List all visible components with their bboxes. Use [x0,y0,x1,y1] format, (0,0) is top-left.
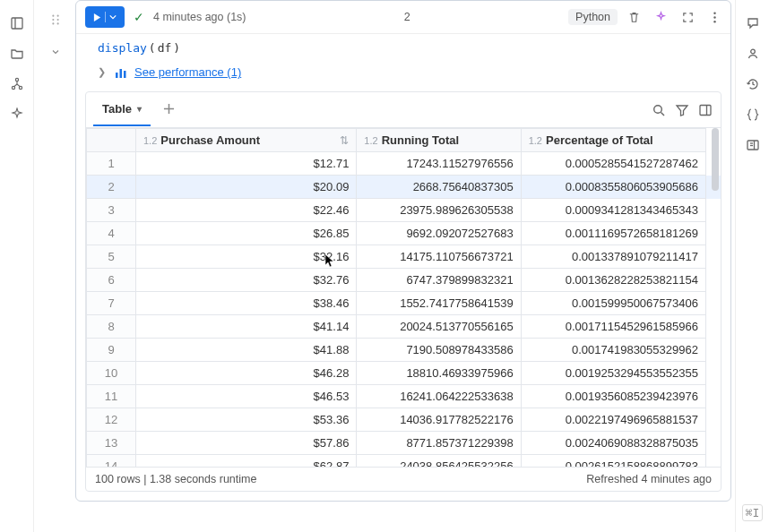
panel-right-icon[interactable] [746,138,760,152]
row-number: 2 [87,176,136,199]
cell-purchase-amount[interactable]: $26.85 [136,222,357,245]
cell-running-total[interactable]: 9692.092072527683 [357,222,521,245]
chat-bubble-icon[interactable] [746,16,760,30]
cell-purchase-amount[interactable]: $22.46 [136,199,357,222]
table-row[interactable]: 3$22.4623975.9896263055380.0009341281343… [87,199,721,222]
table-row[interactable]: 8$41.1420024.5137705561650.0017115452961… [87,315,721,339]
drag-handle-icon[interactable] [48,13,63,27]
cell-running-total[interactable]: 8771.857371229398 [357,432,521,455]
sort-icon[interactable]: ⇅ [340,134,349,147]
performance-link[interactable]: ❯ See performance (1) [76,62,730,86]
cell-running-total[interactable]: 16241.064222533638 [357,385,521,408]
user-icon[interactable] [746,47,760,61]
cell-percentage-of-total[interactable]: 0.0026152158868899783 [521,455,705,468]
cell-percentage-of-total[interactable]: 0.001741983055329962 [521,339,705,362]
cell-purchase-amount[interactable]: $20.09 [136,176,357,199]
cell-running-total[interactable]: 20024.513770556165 [357,315,521,339]
tab-table[interactable]: Table ▾ [93,93,151,126]
run-button[interactable] [85,6,125,28]
cell-purchase-amount[interactable]: $32.16 [136,245,357,269]
cell-running-total[interactable]: 7190.508978433586 [357,339,521,362]
cell-percentage-of-total[interactable]: 0.0011169572658181269 [521,222,705,245]
schema-icon[interactable] [10,77,24,91]
right-nav-rail: ⌘I [735,0,769,532]
braces-icon[interactable] [746,107,760,122]
cell-purchase-amount[interactable]: $57.86 [136,432,357,455]
svg-point-8 [57,19,59,21]
notebook-cell: ✓ 4 minutes ago (1s) 2 Python [75,0,731,502]
cell-percentage-of-total[interactable]: 0.0008355806053905686 [521,176,705,199]
cell-percentage-of-total[interactable]: 0.0019356085239423976 [521,385,705,408]
cell-purchase-amount[interactable]: $62.87 [136,455,357,468]
cell-purchase-amount[interactable]: $32.76 [136,269,357,292]
book-icon[interactable] [10,16,24,30]
column-header-running-total[interactable]: 1.2Running Total [357,129,521,152]
panel-toggle-icon[interactable] [697,102,713,118]
cell-purchase-amount[interactable]: $41.14 [136,315,357,339]
code-input[interactable]: display(df) [76,34,730,62]
language-pill[interactable]: Python [568,9,618,25]
keyboard-shortcut-badge: ⌘I [742,504,764,521]
cell-running-total[interactable]: 24038.856425532256 [357,455,521,468]
cell-running-total[interactable]: 18810.46933975966 [357,362,521,385]
table-row[interactable]: 10$46.2818810.469339759660.0019253294553… [87,362,721,385]
bar-chart-icon [115,66,127,79]
filter-icon[interactable] [674,102,690,118]
cell-percentage-of-total[interactable]: 0.0017115452961585966 [521,315,705,339]
svg-point-10 [57,22,59,24]
add-tab-button[interactable] [158,98,180,123]
cell-percentage-of-total[interactable]: 0.001599950067573406 [521,292,705,315]
svg-rect-0 [12,18,22,29]
cell-percentage-of-total[interactable]: 0.0024069088328875035 [521,432,705,455]
cell-purchase-amount[interactable]: $53.36 [136,408,357,432]
svg-line-18 [661,112,665,116]
folder-icon[interactable] [10,47,24,61]
more-menu-icon[interactable] [707,10,721,24]
cell-running-total[interactable]: 1552.7417758641539 [357,292,521,315]
collapse-chevron-icon[interactable] [48,45,63,59]
cell-purchase-amount[interactable]: $38.46 [136,292,357,315]
table-row[interactable]: 6$32.766747.3798998323210.00136282282538… [87,269,721,292]
table-row[interactable]: 1$12.7117243.115279765560.00052855415272… [87,152,721,176]
table-row[interactable]: 9$41.887190.5089784335860.00174198305532… [87,339,721,362]
column-header-purchase-amount[interactable]: 1.2Purchase Amount ⇅ [136,129,357,152]
cell-gutter [38,0,73,59]
cell-percentage-of-total[interactable]: 0.0009341281343465343 [521,199,705,222]
cell-running-total[interactable]: 14175.110756673721 [357,245,521,269]
cell-percentage-of-total[interactable]: 0.0022197496965881537 [521,408,705,432]
row-number: 9 [87,339,136,362]
table-row[interactable]: 5$32.1614175.1107566737210.0013378910792… [87,245,721,269]
search-icon[interactable] [651,102,667,118]
history-icon[interactable] [746,77,760,91]
cell-running-total[interactable]: 23975.989626305538 [357,199,521,222]
cell-running-total[interactable]: 6747.379899832321 [357,269,521,292]
table-row[interactable]: 2$20.092668.756408373050.000835580605390… [87,176,721,199]
cell-running-total[interactable]: 17243.11527976556 [357,152,521,176]
output-panel: Table ▾ [85,91,721,492]
cell-running-total[interactable]: 14036.917782522176 [357,408,521,432]
row-number-header[interactable] [87,129,136,152]
table-row[interactable]: 11$46.5316241.0642225336380.001935608523… [87,385,721,408]
cell-running-total[interactable]: 2668.75640837305 [357,176,521,199]
sparkle-icon[interactable] [10,107,24,122]
cell-percentage-of-total[interactable]: 0.001337891079211417 [521,245,705,269]
expand-icon[interactable] [680,10,695,24]
table-row[interactable]: 13$57.868771.8573712293980.0024069088328… [87,432,721,455]
cell-purchase-amount[interactable]: $41.88 [136,339,357,362]
table-row[interactable]: 12$53.3614036.9177825221760.002219749696… [87,408,721,432]
svg-rect-16 [124,71,126,78]
cell-percentage-of-total[interactable]: 0.0019253294553552355 [521,362,705,385]
table-row[interactable]: 4$26.859692.0920725276830.00111695726581… [87,222,721,245]
cell-purchase-amount[interactable]: $46.53 [136,385,357,408]
ai-sparkle-icon[interactable] [653,10,668,24]
trash-icon[interactable] [626,10,641,24]
data-grid[interactable]: 1.2Purchase Amount ⇅ 1.2Running Total 1.… [86,128,721,467]
cell-percentage-of-total[interactable]: 0.0005285541527287462 [521,152,705,176]
status-rowcount: 100 rows | 1.38 seconds runtime [95,473,256,485]
cell-percentage-of-total[interactable]: 0.0013628228253821154 [521,269,705,292]
cell-purchase-amount[interactable]: $12.71 [136,152,357,176]
cell-purchase-amount[interactable]: $46.28 [136,362,357,385]
table-row[interactable]: 7$38.461552.74177586415390.0015999500675… [87,292,721,315]
table-row[interactable]: 14$62.8724038.8564255322560.002615215886… [87,455,721,468]
column-header-percentage-of-total[interactable]: 1.2Percentage of Total [521,129,705,152]
